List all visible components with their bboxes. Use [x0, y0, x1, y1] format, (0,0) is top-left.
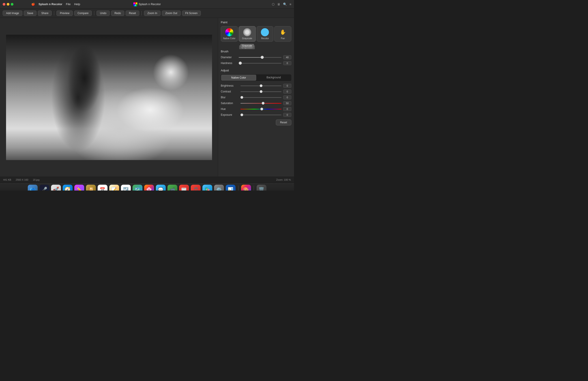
dock-rocket[interactable]: 🚀: [51, 185, 61, 191]
dock-messages[interactable]: 💬: [156, 185, 166, 191]
brightness-thumb[interactable]: [260, 84, 262, 87]
dock-divider-2: [254, 186, 254, 191]
hardness-slider[interactable]: [239, 61, 281, 65]
diameter-fill: [239, 57, 262, 58]
minimize-button[interactable]: [7, 3, 9, 6]
compare-button[interactable]: Compare: [74, 11, 92, 16]
paint-title: Paint: [221, 20, 291, 24]
share-button[interactable]: Share: [38, 11, 52, 16]
contrast-thumb[interactable]: [260, 90, 262, 93]
grayscale-icon: [243, 28, 251, 36]
pan-icon: ✋: [279, 28, 287, 36]
dock-facetime[interactable]: 📹: [168, 185, 177, 191]
add-image-button[interactable]: Add Image: [3, 11, 22, 16]
search-icon[interactable]: 🔍: [283, 2, 287, 6]
recolor-icon: [261, 28, 269, 36]
adjust-tabs: Native Color Background: [221, 74, 291, 81]
exposure-value: 0: [283, 113, 291, 117]
help-menu[interactable]: Help: [74, 2, 80, 6]
toolbar: Add Image Save Share Preview Compare Und…: [0, 8, 294, 18]
contrast-value: 0: [283, 90, 291, 94]
traffic-lights: [3, 3, 13, 6]
paint-section: Paint Native Color Grayscale Grayscale: [221, 20, 291, 42]
dock-settings[interactable]: ⚙️: [214, 185, 224, 191]
hue-slider[interactable]: [240, 107, 281, 111]
file-menu[interactable]: File: [66, 2, 70, 6]
dock-divider: [238, 186, 238, 191]
background-tab[interactable]: Background: [257, 75, 291, 80]
right-panel: Paint Native Color Grayscale Grayscale: [218, 18, 294, 177]
brightness-slider[interactable]: [240, 84, 281, 87]
window-title: Splash n Recolor: [133, 2, 161, 6]
dock-calendar[interactable]: 📅: [98, 185, 107, 191]
adjust-reset-button[interactable]: Reset: [276, 120, 291, 125]
diameter-slider[interactable]: [239, 56, 281, 59]
zoom-in-button[interactable]: Zoom In: [144, 11, 161, 16]
canvas-area[interactable]: [0, 18, 218, 177]
saturation-slider[interactable]: [240, 102, 281, 105]
redo-button[interactable]: Redo: [111, 11, 124, 16]
dock-music[interactable]: 🎵: [191, 185, 201, 191]
dock-safari[interactable]: 🧭: [63, 185, 73, 191]
dock-trash[interactable]: 🗑️: [257, 185, 267, 191]
brightness-label: Brightness: [221, 84, 239, 87]
diameter-track: [239, 57, 281, 58]
blur-slider[interactable]: [240, 96, 281, 99]
menu-icon[interactable]: ≡: [290, 2, 291, 6]
dock-news[interactable]: 📰: [179, 185, 189, 191]
contrast-slider[interactable]: [240, 90, 281, 93]
dock-notes[interactable]: 📝: [109, 185, 119, 191]
save-button[interactable]: Save: [24, 11, 37, 16]
native-color-icon: [225, 28, 233, 36]
native-color-tab[interactable]: Native Color: [221, 75, 256, 80]
cast-icon[interactable]: ⬡: [272, 2, 274, 6]
filename: 18.jpg: [33, 179, 40, 181]
brightness-control: Brightness 0: [221, 84, 291, 88]
hue-thumb[interactable]: [260, 108, 263, 110]
recolor-mode-button[interactable]: Recolor: [257, 26, 274, 42]
contrast-label: Contrast: [221, 90, 239, 93]
fit-screen-button[interactable]: Fit Screen: [182, 11, 201, 16]
dock-altimeter[interactable]: 📊: [226, 185, 235, 191]
exposure-control: Exposure 0: [221, 113, 291, 117]
dock-splash[interactable]: 🎨: [241, 185, 251, 191]
preview-button[interactable]: Preview: [56, 11, 73, 16]
dock-pixelmator[interactable]: ✏️: [74, 185, 84, 191]
dock-siri[interactable]: 🎤: [40, 185, 49, 191]
exposure-slider[interactable]: [240, 113, 281, 116]
adjust-title: Adjust: [221, 69, 291, 72]
blur-thumb[interactable]: [240, 96, 243, 99]
apple-menu[interactable]: 🍎: [31, 2, 35, 6]
native-color-mode-button[interactable]: Native Color: [221, 26, 238, 42]
dock-finder[interactable]: 🔵: [28, 185, 38, 191]
reset-button[interactable]: Reset: [126, 11, 139, 16]
file-size: 441 KB: [3, 179, 11, 181]
reset-btn-wrap: Reset: [221, 120, 291, 125]
diameter-thumb[interactable]: [261, 56, 264, 59]
dock-notebook[interactable]: 📔: [86, 185, 96, 191]
grayscale-mode-button[interactable]: Grayscale Grayscale: [239, 26, 256, 42]
maximize-button[interactable]: [11, 3, 13, 6]
display-icon[interactable]: 🖥: [277, 2, 280, 6]
saturation-thumb[interactable]: [262, 102, 264, 104]
toolbar-separator-3: [142, 11, 142, 16]
hardness-thumb[interactable]: [239, 61, 242, 65]
dock-reminders[interactable]: ☑️: [121, 185, 131, 191]
app-title-text: Splash n Recolor: [139, 2, 161, 6]
hardness-track: [239, 63, 281, 63]
close-button[interactable]: [3, 3, 5, 6]
exposure-label: Exposure: [221, 113, 239, 116]
diameter-control: Diameter 40: [221, 55, 291, 59]
dock-maps[interactable]: 🗺️: [133, 185, 142, 191]
undo-button[interactable]: Undo: [97, 11, 110, 16]
pan-mode-button[interactable]: ✋ Pan: [274, 26, 291, 42]
toolbar-separator-1: [54, 11, 54, 16]
exposure-thumb[interactable]: [240, 114, 243, 116]
brush-section: Brush Diameter 40 Hardness: [221, 50, 291, 65]
zoom-out-button[interactable]: Zoom Out: [162, 11, 180, 16]
app-menu-label: Splash n Recolor: [39, 2, 62, 6]
dock-photos[interactable]: 🌸: [144, 185, 154, 191]
dock-appstore[interactable]: 🛍️: [202, 185, 212, 191]
saturation-value: 50: [283, 101, 291, 105]
blur-control: Blur 0: [221, 95, 291, 100]
